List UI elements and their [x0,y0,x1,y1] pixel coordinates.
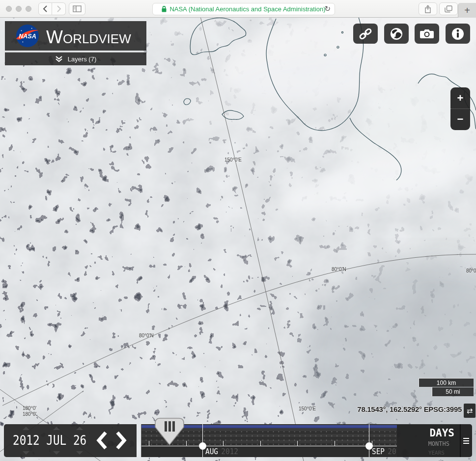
chevron-left-icon [96,431,108,450]
window-zoom-button[interactable] [26,6,31,12]
current-date[interactable]: 2012 JUL 26 [13,433,86,448]
url-title: NASA (National Aeronautics and Space Adm… [169,5,325,13]
next-day-button[interactable] [113,430,130,451]
share-icon [424,5,431,13]
new-tab-button[interactable]: + [458,3,476,18]
timeline-menu-button[interactable] [461,436,471,446]
previous-day-button[interactable] [93,430,110,451]
month-year: 2012 [221,447,238,456]
hamburger-icon [463,438,469,439]
screenshot-button[interactable] [415,24,439,44]
scale-bar-km: 100 km [419,378,474,387]
projection-button[interactable] [384,24,409,44]
plus-icon: + [464,5,470,16]
share-link-button[interactable] [353,24,378,44]
address-bar[interactable]: NASA (National Aeronautics and Space Adm… [152,3,335,15]
month-up-arrow[interactable] [53,427,60,430]
graticule-label: 180°0' [23,411,36,417]
forward-button[interactable] [52,2,66,15]
back-button[interactable] [38,2,52,15]
swap-arrows-icon: ⇄ [467,407,473,415]
year-down-arrow[interactable] [23,451,29,455]
interval-months[interactable]: MONTHS [428,440,449,447]
layers-label: Layers (7) [68,55,97,63]
sidebar-button[interactable] [69,2,85,15]
hamburger-icon [463,443,469,444]
sidebar-icon [73,5,82,12]
globe-icon [390,27,403,40]
tabs-icon [445,5,452,13]
month-down-arrow[interactable] [53,451,60,455]
back-icon [43,5,48,12]
browser-chrome: NASA (National Aeronautics and Space Adm… [0,0,476,18]
interval-years[interactable]: YEARS [428,450,445,456]
map-canvas[interactable]: 150°0'E 150°0'E 80°0'N 80°0'N 80°0 180°0… [0,18,476,461]
month-label: AUG2012 [205,447,238,456]
graticule-label: 80°0'N [332,267,346,272]
coordinate-format-toggle[interactable]: ⇄ [464,404,476,418]
graticule-label: 150°0'E [224,157,242,163]
coordinates-readout: 78.1543°, 162.5292° EPSG:3995 [295,405,462,413]
timeline-drag-handle[interactable] [154,417,185,446]
camera-icon [420,28,434,39]
scale-bar-mi: 50 mi [432,387,474,396]
timeline-interval-panel: DAYS MONTHS YEARS [397,424,472,457]
link-icon [359,28,372,39]
month-label: SEP20 [372,447,396,456]
double-chevron-down-icon [55,55,63,62]
info-button[interactable] [446,24,470,44]
svg-text:NASA: NASA [19,33,36,40]
map-zoom-control: + − [450,87,470,130]
projection-code: EPSG:3995 [424,405,462,413]
zoom-in-button[interactable]: + [450,87,470,108]
window-close-button[interactable] [6,6,12,12]
worldview-logo-panel: NASA Worldview [5,21,146,51]
interval-days[interactable]: DAYS [429,427,454,439]
date-panel: 2012 JUL 26 [4,424,137,457]
nav-buttons [38,2,66,15]
window-minimize-button[interactable] [16,6,22,12]
month-boundary-line [369,424,369,457]
graticule-label: 80°0 [466,268,476,273]
month-name: SEP [372,447,385,456]
month-year: 20 [388,447,396,456]
chevron-right-icon [115,431,127,450]
layers-toggle[interactable]: Layers (7) [5,52,146,65]
tab-overview-button[interactable] [439,2,458,15]
day-down-arrow[interactable] [76,451,83,455]
lock-icon [162,6,167,12]
zoom-out-button[interactable]: − [450,108,470,130]
grip-bars-icon [165,421,175,432]
timeline-divider [460,424,461,457]
worldview-wordmark: Worldview [46,27,131,48]
month-boundary-line [202,424,203,457]
day-up-arrow[interactable] [76,427,83,430]
forward-icon [56,5,61,12]
satellite-imagery [0,18,476,461]
info-icon [451,27,464,40]
coordinates-value: 78.1543°, 162.5292° [357,405,421,413]
graticule-label: 180°0' [23,406,36,411]
nasa-logo: NASA [16,24,39,48]
graticule-label: 80°0'N [139,333,154,338]
refresh-button[interactable]: ↻ [324,4,331,13]
share-button[interactable] [419,2,437,15]
worldview-app: NASA (National Aeronautics and Space Adm… [0,0,476,461]
year-up-arrow[interactable] [23,427,29,430]
month-name: AUG [205,447,218,456]
hamburger-icon [463,440,469,441]
